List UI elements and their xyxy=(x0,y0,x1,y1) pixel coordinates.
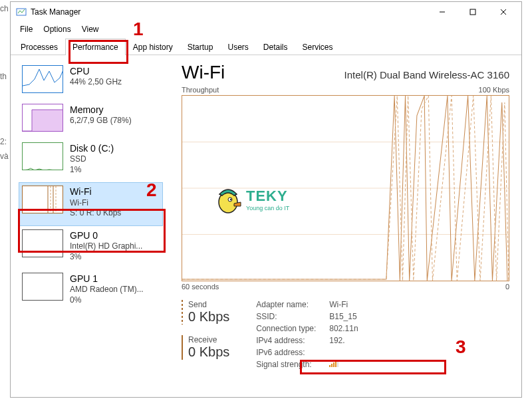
adapter-properties: Adapter name: Wi-Fi SSID: B15_15 Connect… xyxy=(256,300,358,369)
stat-receive: Receive 0 Kbps xyxy=(182,335,229,360)
card-disk[interactable]: Disk 0 (C:) SSD 1% xyxy=(19,139,163,182)
tab-startup[interactable]: Startup xyxy=(180,39,221,55)
memory-title: Memory xyxy=(70,104,132,116)
memory-thumb xyxy=(22,104,63,132)
wifi-sub1: Wi-Fi xyxy=(70,198,121,209)
tab-app-history[interactable]: App history xyxy=(126,39,180,55)
titlebar: Task Manager xyxy=(11,2,521,22)
resource-list: CPU 44% 2,50 GHz Memory 6,2/7,9 GB (78%) xyxy=(11,55,167,397)
prop-ipv6-v xyxy=(329,348,358,357)
tab-users[interactable]: Users xyxy=(220,39,255,55)
disk-sub1: SSD xyxy=(70,154,114,165)
prop-ssid-k: SSID: xyxy=(256,312,329,321)
disk-sub2: 1% xyxy=(70,165,114,176)
prop-signal-v xyxy=(329,360,358,369)
gpu0-thumb xyxy=(22,229,63,257)
gpu1-sub1: AMD Radeon (TM)... xyxy=(70,285,144,295)
gpu1-title: GPU 1 xyxy=(70,273,144,285)
prop-signal-k: Signal strength: xyxy=(256,360,329,369)
gpu1-sub2: 0% xyxy=(70,295,144,306)
receive-label: Receive xyxy=(188,335,229,344)
gpu0-title: GPU 0 xyxy=(70,229,142,241)
prop-ipv6-k: IPv6 address: xyxy=(256,348,329,357)
gpu0-sub2: 3% xyxy=(70,252,142,263)
chart-max: 100 Kbps xyxy=(479,86,509,94)
gpu1-thumb xyxy=(22,273,63,301)
tab-performance[interactable]: Performance xyxy=(65,39,126,55)
prop-conn-k: Connection type: xyxy=(256,324,329,333)
adapter-model: Intel(R) Dual Band Wireless-AC 3160 xyxy=(344,69,509,80)
memory-sub: 6,2/7,9 GB (78%) xyxy=(70,116,132,126)
detail-pane: Wi-Fi Intel(R) Dual Band Wireless-AC 316… xyxy=(167,55,521,397)
window-title: Task Manager xyxy=(31,7,427,17)
x-right: 0 xyxy=(505,283,509,291)
cpu-sub: 44% 2,50 GHz xyxy=(70,77,122,88)
disk-thumb xyxy=(22,142,63,170)
card-wifi[interactable]: Wi-Fi Wi-Fi S: 0 R: 0 Kbps xyxy=(19,182,163,225)
stat-send: Send 0 Kbps xyxy=(182,300,229,325)
svg-rect-5 xyxy=(32,110,63,132)
card-memory[interactable]: Memory 6,2/7,9 GB (78%) xyxy=(19,100,163,139)
receive-value: 0 Kbps xyxy=(188,344,229,360)
menubar: File Options View xyxy=(11,22,521,37)
card-cpu[interactable]: CPU 44% 2,50 GHz xyxy=(19,62,163,100)
menu-view[interactable]: View xyxy=(76,23,104,35)
x-left: 60 seconds xyxy=(182,283,219,291)
prop-conn-v: 802.11n xyxy=(329,324,358,333)
prop-ipv4-k: IPv4 address: xyxy=(256,336,329,345)
send-value: 0 Kbps xyxy=(188,309,229,325)
tab-processes[interactable]: Processes xyxy=(13,39,65,55)
disk-title: Disk 0 (C:) xyxy=(70,142,114,154)
close-button[interactable] xyxy=(488,2,519,22)
svg-rect-2 xyxy=(470,9,475,15)
card-gpu1[interactable]: GPU 1 AMD Radeon (TM)... 0% xyxy=(19,269,163,313)
minimize-button[interactable] xyxy=(427,2,458,22)
menu-options[interactable]: Options xyxy=(38,23,76,35)
wifi-title: Wi-Fi xyxy=(70,186,121,198)
chart-label: Throughput xyxy=(182,86,219,94)
wifi-thumb xyxy=(22,186,63,213)
maximize-button[interactable] xyxy=(458,2,488,22)
resource-name: Wi-Fi xyxy=(182,62,225,83)
prop-adapter-v: Wi-Fi xyxy=(329,300,358,309)
tab-services[interactable]: Services xyxy=(295,39,340,55)
card-gpu0[interactable]: GPU 0 Intel(R) HD Graphi... 3% xyxy=(19,226,163,269)
tab-strip: Processes Performance App history Startu… xyxy=(11,37,521,55)
gpu0-sub1: Intel(R) HD Graphi... xyxy=(70,241,142,252)
tab-details[interactable]: Details xyxy=(256,39,295,55)
send-label: Send xyxy=(188,300,229,309)
wifi-sub2: S: 0 R: 0 Kbps xyxy=(70,208,121,219)
task-manager-window: Task Manager File Options View Processes… xyxy=(10,1,522,398)
signal-icon xyxy=(329,360,338,367)
throughput-chart xyxy=(182,95,509,281)
menu-file[interactable]: File xyxy=(15,23,38,35)
prop-ssid-v: B15_15 xyxy=(329,312,358,321)
cpu-title: CPU xyxy=(70,65,122,77)
app-icon xyxy=(16,7,27,17)
prop-ipv4-v: 192. xyxy=(329,336,358,345)
prop-adapter-k: Adapter name: xyxy=(256,300,329,309)
cpu-thumb xyxy=(22,65,63,93)
